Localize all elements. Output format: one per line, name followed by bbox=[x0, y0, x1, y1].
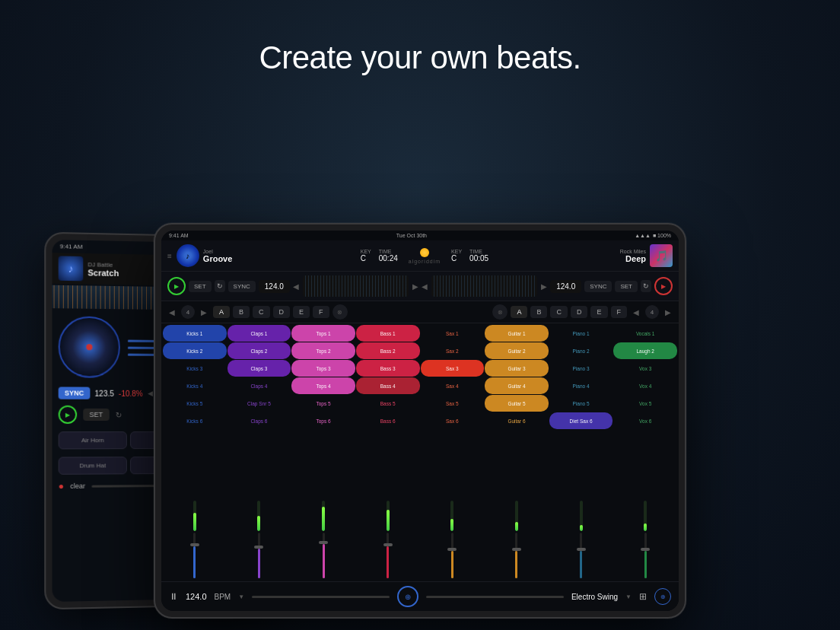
seg-d-left[interactable]: D bbox=[273, 306, 291, 318]
pause-button[interactable]: ⏸ bbox=[169, 591, 178, 602]
back-play-button[interactable]: ▶ bbox=[59, 406, 77, 424]
right-loop-button[interactable]: ↻ bbox=[641, 280, 651, 292]
pad-vocals-2[interactable]: Laugh 2 bbox=[613, 342, 677, 359]
back-pad-drumhat[interactable]: Drum Hat bbox=[59, 457, 127, 475]
pad-piano-4[interactable]: Piano 4 bbox=[549, 377, 613, 394]
pad-tops-6[interactable]: Tops 6 bbox=[291, 412, 355, 429]
pad-guitar-3[interactable]: Guitar 3 bbox=[485, 360, 549, 377]
pad-sax-1[interactable]: Sax 1 bbox=[421, 325, 485, 342]
right-play-button[interactable]: ▶ bbox=[654, 277, 673, 295]
transport-left: ▶ SET ↻ SYNC 124.0 ◀ bbox=[167, 277, 299, 295]
seg-lock-left[interactable]: ⊗ bbox=[332, 304, 348, 320]
pad-bass-6[interactable]: Bass 6 bbox=[356, 412, 420, 429]
fader-claps[interactable] bbox=[258, 533, 260, 578]
left-set-button[interactable]: SET bbox=[189, 281, 212, 292]
pad-guitar-4[interactable]: Guitar 4 bbox=[485, 377, 549, 394]
seg-c-left[interactable]: C bbox=[253, 306, 270, 318]
seg-next-right[interactable]: ▶ bbox=[662, 307, 674, 318]
pad-kicks-4[interactable]: Kicks 4 bbox=[163, 377, 227, 394]
pad-bass-3[interactable]: Bass 3 bbox=[356, 360, 420, 377]
front-segment-nav: ◀ 4 ▶ A B C D E F ⊗ ⊗ A B C D bbox=[161, 301, 679, 323]
hamburger-icon[interactable]: ≡ bbox=[167, 252, 172, 260]
pad-claps-1[interactable]: Claps 1 bbox=[228, 325, 291, 342]
seg-prev-left[interactable]: ◀ bbox=[166, 307, 178, 318]
pad-tops-3[interactable]: Tops 3 bbox=[291, 360, 355, 377]
pad-kicks-2[interactable]: Kicks 2 bbox=[163, 342, 227, 359]
pad-sax-5[interactable]: Sax 5 bbox=[421, 395, 485, 412]
bottom-fx-button[interactable]: ⊕ bbox=[654, 588, 671, 605]
pad-sax-4[interactable]: Sax 4 bbox=[421, 377, 485, 394]
pad-sax-6[interactable]: Sax 6 bbox=[421, 412, 485, 429]
right-sync-button[interactable]: SYNC bbox=[584, 281, 612, 292]
front-bottom-bar: ⏸ 124.0 BPM ▼ ⊕ Electro Swing ▼ ⊞ ⊕ bbox=[161, 581, 679, 611]
left-sync-button[interactable]: SYNC bbox=[228, 281, 256, 292]
pad-tops-5[interactable]: Tops 5 bbox=[291, 395, 355, 412]
pad-sax-2[interactable]: Sax 2 bbox=[421, 342, 485, 359]
pad-piano-5[interactable]: Piano 5 bbox=[549, 395, 613, 412]
pad-vocals-3[interactable]: Vox 3 bbox=[613, 360, 677, 377]
back-set-button[interactable]: SET bbox=[83, 409, 109, 421]
fader-vocals[interactable] bbox=[644, 533, 647, 578]
pad-claps-6[interactable]: Claps 6 bbox=[228, 412, 291, 429]
seg-lock-right[interactable]: ⊗ bbox=[492, 304, 508, 320]
pad-vocals-5[interactable]: Vox 5 bbox=[613, 395, 677, 412]
seg-c-right[interactable]: C bbox=[550, 306, 568, 318]
pad-sax-3[interactable]: Sax 3 bbox=[421, 360, 485, 377]
pad-tops-4[interactable]: Tops 4 bbox=[291, 377, 355, 394]
fader-piano[interactable] bbox=[580, 533, 582, 578]
pad-kicks-1[interactable]: Kicks 1 bbox=[163, 325, 227, 342]
right-set-button[interactable]: SET bbox=[615, 281, 638, 292]
seg-d-right[interactable]: D bbox=[571, 306, 588, 318]
pad-bass-2[interactable]: Bass 2 bbox=[356, 342, 420, 359]
pad-kicks-6[interactable]: Kicks 6 bbox=[163, 412, 227, 429]
bottom-grid-button[interactable]: ⊞ bbox=[639, 591, 647, 602]
pad-vocals-6[interactable]: Vox 6 bbox=[613, 412, 677, 429]
seg-next-left[interactable]: ▶ bbox=[198, 307, 210, 318]
back-pad-airhorn[interactable]: Air Horn bbox=[59, 431, 127, 449]
seg-f-right[interactable]: F bbox=[611, 306, 628, 318]
pad-claps-3[interactable]: Claps 3 bbox=[228, 360, 291, 377]
fader-tops[interactable] bbox=[323, 533, 325, 578]
pad-vocals-1[interactable]: Vocals 1 bbox=[613, 325, 677, 342]
seg-prev-right[interactable]: ◀ bbox=[630, 307, 642, 318]
bottom-center-button[interactable]: ⊕ bbox=[397, 586, 418, 607]
fader-sax[interactable] bbox=[451, 533, 453, 578]
pad-tops-1[interactable]: Tops 1 bbox=[291, 325, 355, 342]
pad-guitar-2[interactable]: Guitar 2 bbox=[485, 342, 549, 359]
pad-piano-6[interactable]: Diet Sax 6 bbox=[549, 412, 613, 429]
fader-bass[interactable] bbox=[387, 533, 389, 578]
pad-bass-4[interactable]: Bass 4 bbox=[356, 377, 420, 394]
seg-e-left[interactable]: E bbox=[293, 306, 310, 318]
left-play-button[interactable]: ▶ bbox=[167, 277, 186, 295]
seg-b-left[interactable]: B bbox=[233, 306, 250, 318]
back-loop-icon[interactable]: ↻ bbox=[115, 410, 121, 418]
seg-f-left[interactable]: F bbox=[313, 306, 329, 318]
fader-kicks[interactable] bbox=[193, 533, 196, 578]
left-loop-button[interactable]: ↻ bbox=[215, 280, 225, 292]
pad-claps-2[interactable]: Claps 2 bbox=[228, 342, 291, 359]
seg-b-right[interactable]: B bbox=[530, 306, 547, 318]
pad-claps-5[interactable]: Clap Snr 5 bbox=[228, 395, 291, 412]
pad-guitar-1[interactable]: Guitar 1 bbox=[485, 325, 549, 342]
pad-piano-3[interactable]: Piano 3 bbox=[549, 360, 613, 377]
pad-tops-2[interactable]: Tops 2 bbox=[291, 342, 355, 359]
bottom-bpm-arrow[interactable]: ▼ bbox=[238, 593, 244, 600]
pad-bass-5[interactable]: Bass 5 bbox=[356, 395, 420, 412]
bottom-swing-arrow[interactable]: ▼ bbox=[625, 593, 632, 600]
pad-kicks-5[interactable]: Kicks 5 bbox=[163, 395, 227, 412]
seg-e-right[interactable]: E bbox=[590, 306, 607, 318]
pad-piano-1[interactable]: Piano 1 bbox=[549, 325, 613, 342]
pad-guitar-6[interactable]: Guitar 6 bbox=[485, 412, 549, 429]
pad-vocals-4[interactable]: Vox 4 bbox=[613, 377, 677, 394]
pad-bass-1[interactable]: Bass 1 bbox=[356, 325, 420, 342]
seg-a-left[interactable]: A bbox=[213, 306, 230, 318]
back-tempo-arrow: ◀ bbox=[148, 390, 153, 397]
seg-a-right[interactable]: A bbox=[511, 306, 527, 318]
pad-kicks-3[interactable]: Kicks 3 bbox=[163, 360, 227, 377]
pad-claps-4[interactable]: Claps 4 bbox=[228, 377, 291, 394]
right-deck-time: TIME 00:05 bbox=[469, 249, 488, 262]
fader-guitar[interactable] bbox=[515, 533, 517, 578]
pad-guitar-5[interactable]: Guitar 5 bbox=[485, 395, 549, 412]
back-sync-button[interactable]: SYNC bbox=[59, 387, 91, 399]
pad-piano-2[interactable]: Piano 2 bbox=[549, 342, 613, 359]
